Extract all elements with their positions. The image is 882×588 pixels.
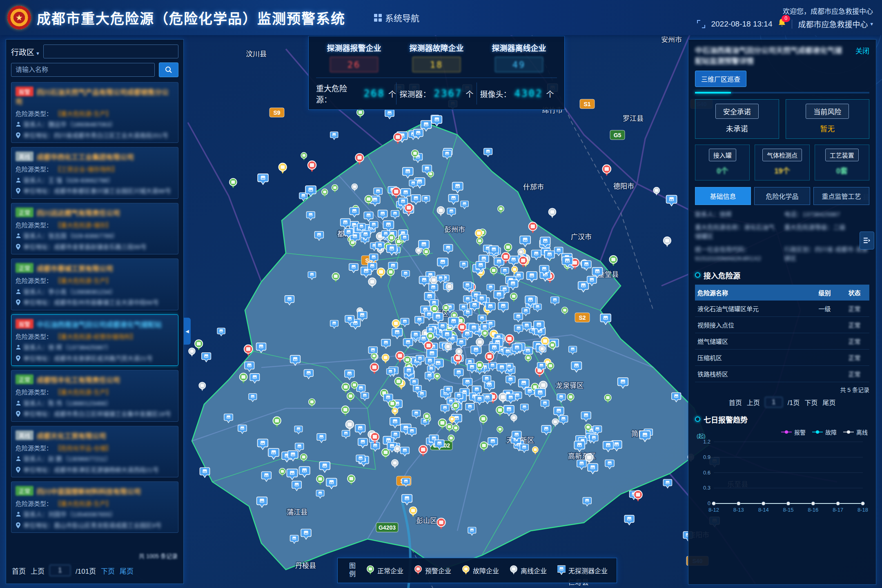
table-row[interactable]: 视频接入点位正常: [695, 316, 869, 333]
current-risk-label: 当前风险: [806, 104, 849, 119]
panel-expand-button[interactable]: [860, 232, 874, 249]
page-prev[interactable]: 上页: [747, 397, 760, 407]
trend-legend-item[interactable]: 报警: [781, 428, 806, 436]
status-tag: 正常: [16, 207, 33, 217]
road-shield: S9: [270, 108, 284, 117]
table-row[interactable]: 液化石油气储罐区单元一级正常: [695, 301, 869, 317]
district-dropdown[interactable]: 行政区 ▾: [11, 46, 39, 57]
nav-label: 系统导航: [385, 11, 419, 24]
plant-3d-patrol-button[interactable]: 三维厂区巡查: [695, 71, 746, 87]
svg-text:0.6: 0.6: [703, 469, 710, 475]
company-card[interactable]: 正常四川远达燃气有限责任公司危险源类型：【重大危险源-储存】联系人：张志国（02…: [11, 203, 178, 254]
page-input[interactable]: [765, 397, 783, 408]
table-row[interactable]: 压缩机区正常: [695, 349, 869, 365]
search-button[interactable]: [159, 62, 178, 77]
org-selector[interactable]: 成都市应急救援中心 ▾: [798, 18, 873, 29]
hazard-type-line: 危险源类型：【重大危险源-生产】: [16, 110, 174, 118]
contact-line: 联系人：刘国华（13540087655）: [16, 510, 174, 519]
company-card[interactable]: 离线成都华西化工工业集团有限公司危险源类型：【工贸企业-储存场所】联系人：王 强…: [11, 147, 178, 198]
total-counter: 重大危险源：268个: [316, 82, 396, 105]
counter-value: 4302: [514, 88, 543, 99]
hazard-type-line: 危险源类型：【重大危险源-生产】: [16, 500, 174, 508]
list-expand-icon: [863, 237, 871, 244]
svg-text:S2: S2: [579, 314, 586, 321]
map-city-label: 彭山区: [416, 517, 437, 525]
hazard-type-line: 危险源类型：【重大危险源-储存】: [16, 221, 174, 229]
device-stat-value: 19个: [757, 165, 807, 176]
legend-pin-icon: [462, 565, 470, 576]
page-input[interactable]: [49, 565, 71, 576]
notification-bell-icon[interactable]: 0: [778, 18, 786, 29]
page-last[interactable]: 尾页: [120, 566, 134, 576]
hazard-section-title: 接入危险源: [704, 270, 740, 281]
table-row[interactable]: 燃气储罐区正常: [695, 333, 869, 349]
trend-chart: (起)00.30.60.91.28-128-138-148-158-168-17…: [695, 427, 869, 515]
detail-panel: 中石油西南油气田分公司天然气成都液化气储配站监测预警详情 关闭 三维厂区巡查 安…: [688, 39, 876, 585]
svg-text:8-16: 8-16: [808, 507, 818, 513]
sidebar-collapse-handle[interactable]: ◀: [184, 318, 191, 345]
search-input[interactable]: [11, 63, 155, 77]
legend-item: 预警企业: [414, 565, 451, 576]
hazard-type-line: 危险源类型：【重大危险源-生产】: [16, 277, 174, 285]
company-card[interactable]: 正常成都市蓉城工贸有限公司危险源类型：【重大危险源-生产】联系人：李小亮（139…: [11, 258, 178, 310]
map-city-label: 罗江县: [623, 115, 644, 122]
datetime: 2022-08-18 13:14: [711, 20, 772, 29]
info-row: 重大危险源等级：二级: [784, 223, 870, 241]
svg-text:8-18: 8-18: [858, 507, 868, 513]
page-first[interactable]: 首页: [12, 566, 26, 576]
counter-value: 268: [364, 88, 385, 99]
nav-system[interactable]: 系统导航: [374, 11, 419, 24]
fullscreen-icon[interactable]: [697, 20, 705, 28]
company-card[interactable]: 报警四川石油天然气产品有限公司成都销售分公司危险源类型：【重大危险源-生产】联系…: [11, 82, 178, 143]
grid-icon: [374, 14, 382, 22]
page-first[interactable]: 首页: [729, 397, 742, 407]
address-line: 单位地址：眉山市彭山区青龙街道成眉工业园区9号: [16, 521, 174, 530]
table-row[interactable]: 铁路栈桥区正常: [695, 365, 869, 382]
device-stat-value: 0个: [697, 165, 748, 176]
trend-legend-item[interactable]: 离线: [843, 428, 868, 436]
legend-pin-icon: [414, 565, 422, 576]
detail-pagination: 首页上页/1页下页尾页: [695, 397, 869, 408]
table-header: 级别: [810, 285, 840, 301]
company-title: 中石油西南油气田公司成都液化气储配站: [37, 321, 162, 329]
page-prev[interactable]: 上页: [31, 566, 45, 576]
person-icon: [16, 121, 21, 127]
total-counter: 探测器：2367个: [396, 82, 477, 105]
sidebar-pagination: 首页上页/101页下页尾页: [12, 565, 134, 576]
road-shield: G4203: [376, 523, 398, 532]
detail-tabs: 基础信息危险化学品重点监管工艺: [695, 187, 869, 205]
road-shield: S1: [580, 99, 595, 109]
svg-text:0.9: 0.9: [703, 454, 710, 460]
svg-text:8-13: 8-13: [733, 507, 744, 513]
person-icon: [16, 400, 21, 406]
location-pin-icon: [16, 132, 21, 138]
detector-stat-value: 49: [495, 57, 543, 72]
status-tag: 正常: [16, 486, 33, 496]
company-card[interactable]: 报警中石油西南油气田公司成都液化气储配站危险源类型：【重大危险源-经营存储场所】…: [11, 314, 178, 366]
company-card[interactable]: 离线成都天化工贸有限公司危险源类型：【危险化学品-仓储】联系人：赵 鹏（1309…: [11, 426, 178, 477]
page-last[interactable]: 尾页: [822, 397, 835, 407]
detector-stat: 探测器离线企业49: [481, 42, 557, 72]
company-card[interactable]: 正常四川中蓝国塑新材料科技有限公司危险源类型：【重大危险源-生产】联系人：刘国华…: [11, 481, 178, 533]
district-input[interactable]: [43, 45, 178, 58]
legend-item: 正常企业: [366, 565, 403, 576]
device-stat-value: 0套: [817, 165, 867, 176]
company-card[interactable]: 正常成都恒丰化工有限责任公司危险源类型：【重大危险源-生产】联系人：陈 伟（13…: [11, 370, 178, 421]
tab-重点监管工艺[interactable]: 重点监管工艺: [813, 187, 869, 205]
svg-text:8-17: 8-17: [833, 507, 843, 513]
trend-chart-area: 报警故障离线 (起)00.30.60.91.28-128-138-148-158…: [695, 427, 869, 579]
tab-基础信息[interactable]: 基础信息: [695, 187, 751, 205]
svg-text:0: 0: [708, 500, 710, 506]
svg-text:8-12: 8-12: [708, 507, 719, 513]
close-button[interactable]: 关闭: [855, 45, 869, 56]
detector-stats: 探测器报警企业26探测器故障企业18探测器离线企业49: [316, 42, 557, 72]
company-list: 报警四川石油天然气产品有限公司成都销售分公司危险源类型：【重大危险源-生产】联系…: [11, 82, 178, 548]
table-header: 状态: [840, 285, 869, 301]
svg-text:(起): (起): [697, 433, 706, 439]
address-line: 单位地址：成都市金堂县赵镇金乐路三段99号: [16, 243, 174, 251]
trend-legend-item[interactable]: 故障: [812, 428, 837, 436]
page-next[interactable]: 下页: [101, 566, 115, 576]
map-legend: 图例 正常企业预警企业故障企业离线企业无探测器企业: [337, 558, 617, 583]
tab-危险化学品[interactable]: 危险化学品: [754, 187, 810, 205]
page-next[interactable]: 下页: [804, 397, 817, 407]
